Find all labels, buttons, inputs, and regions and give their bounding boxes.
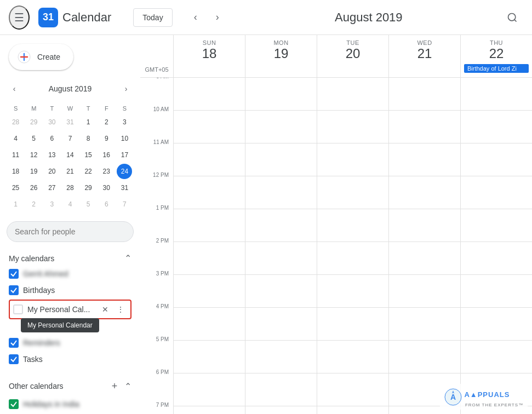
cell-sun-5pm[interactable] — [173, 341, 245, 373]
menu-button[interactable]: ☰ — [9, 5, 30, 30]
calendar-close-button[interactable]: ✕ — [99, 303, 112, 316]
cell-mon-12pm[interactable] — [245, 176, 317, 209]
mini-day[interactable]: 8 — [81, 131, 96, 146]
mini-day[interactable]: 6 — [99, 197, 114, 212]
cell-wed-12pm[interactable] — [388, 176, 460, 209]
mini-day[interactable]: 28 — [62, 180, 78, 196]
search-button[interactable] — [501, 7, 523, 28]
prev-period-button[interactable]: ‹ — [186, 8, 205, 27]
calendar-checkbox-gerrit[interactable] — [9, 269, 19, 279]
cell-wed-3pm[interactable] — [388, 275, 460, 308]
mini-day[interactable]: 14 — [62, 147, 78, 163]
calendar-item-reminders[interactable]: Reminders — [9, 335, 131, 351]
mini-day[interactable]: 5 — [81, 197, 96, 212]
cell-mon-11am[interactable] — [245, 143, 317, 176]
cell-wed-4pm[interactable] — [388, 308, 460, 341]
cell-tue-7pm[interactable] — [317, 406, 388, 414]
cell-mon-7pm[interactable] — [245, 406, 317, 414]
cell-tue-1pm[interactable] — [317, 209, 388, 242]
cell-thu-11am[interactable] — [460, 143, 532, 176]
mini-day[interactable]: 22 — [81, 164, 96, 179]
my-calendars-header[interactable]: My calendars ⌃ — [9, 251, 131, 266]
cell-tue-12pm[interactable] — [317, 176, 388, 209]
cell-wed-9am[interactable] — [388, 78, 460, 111]
cell-thu-4pm[interactable] — [460, 308, 532, 341]
cell-sun-2pm[interactable] — [173, 242, 245, 275]
cell-mon-3pm[interactable] — [245, 275, 317, 308]
cell-thu-3pm[interactable] — [460, 275, 532, 308]
cell-tue-10am[interactable] — [317, 111, 388, 143]
cell-thu-5pm[interactable] — [460, 341, 532, 373]
mini-day[interactable]: 28 — [8, 114, 24, 130]
mini-day[interactable]: 20 — [44, 164, 60, 179]
mini-day[interactable]: 3 — [44, 197, 60, 212]
mini-day[interactable]: 12 — [26, 147, 42, 163]
cell-thu-12pm[interactable] — [460, 176, 532, 209]
mini-day[interactable]: 7 — [117, 197, 132, 212]
cell-sun-1pm[interactable] — [173, 209, 245, 242]
cell-mon-4pm[interactable] — [245, 308, 317, 341]
mini-day[interactable]: 6 — [44, 131, 60, 146]
cell-sun-11am[interactable] — [173, 143, 245, 176]
add-calendar-button[interactable]: + — [107, 378, 122, 394]
cell-thu-10am[interactable] — [460, 111, 532, 143]
cell-sun-12pm[interactable] — [173, 176, 245, 209]
cell-sun-3pm[interactable] — [173, 275, 245, 308]
mini-day[interactable]: 31 — [117, 180, 132, 196]
search-people-input[interactable] — [7, 221, 134, 242]
calendar-item-birthdays[interactable]: Birthdays — [9, 282, 131, 298]
calendar-checkbox-birthdays[interactable] — [9, 285, 19, 295]
cell-tue-5pm[interactable] — [317, 341, 388, 373]
mini-day[interactable]: 1 — [8, 197, 24, 212]
cell-tue-11am[interactable] — [317, 143, 388, 176]
mini-day[interactable]: 16 — [99, 147, 114, 163]
mini-day[interactable]: 29 — [26, 114, 42, 130]
cell-mon-2pm[interactable] — [245, 242, 317, 275]
cell-thu-1pm[interactable] — [460, 209, 532, 242]
cell-thu-2pm[interactable] — [460, 242, 532, 275]
mini-day[interactable]: 2 — [99, 114, 114, 130]
cell-mon-10am[interactable] — [245, 111, 317, 143]
cell-mon-6pm[interactable] — [245, 373, 317, 406]
mini-day[interactable]: 4 — [62, 197, 78, 212]
cell-wed-11am[interactable] — [388, 143, 460, 176]
mini-day[interactable]: 3 — [117, 114, 132, 130]
cell-tue-4pm[interactable] — [317, 308, 388, 341]
cell-sun-10am[interactable] — [173, 111, 245, 143]
cell-tue-9am[interactable] — [317, 78, 388, 111]
mini-day[interactable]: 23 — [99, 164, 114, 179]
mini-day[interactable]: 7 — [62, 131, 78, 146]
cell-mon-1pm[interactable] — [245, 209, 317, 242]
mini-day[interactable]: 31 — [62, 114, 78, 130]
mini-day-today[interactable]: 24 — [117, 164, 132, 179]
calendar-checkbox-personal[interactable] — [13, 304, 23, 314]
next-period-button[interactable]: › — [208, 8, 227, 27]
mini-day[interactable]: 25 — [8, 180, 24, 196]
other-calendars-header[interactable]: Other calendars + ⌃ — [9, 376, 131, 396]
mini-day[interactable]: 15 — [81, 147, 96, 163]
cell-wed-5pm[interactable] — [388, 341, 460, 373]
cell-sun-7pm[interactable] — [173, 406, 245, 414]
cell-tue-3pm[interactable] — [317, 275, 388, 308]
birthday-event[interactable]: Birthday of Lord Zi — [464, 64, 529, 73]
mini-day[interactable]: 1 — [81, 114, 96, 130]
mini-cal-prev-button[interactable]: ‹ — [7, 81, 22, 96]
cell-sun-9am[interactable] — [173, 78, 245, 111]
cell-mon-9am[interactable] — [245, 78, 317, 111]
mini-day[interactable]: 30 — [44, 114, 60, 130]
mini-cal-next-button[interactable]: › — [118, 81, 134, 96]
mini-day[interactable]: 9 — [99, 131, 114, 146]
mini-day[interactable]: 19 — [26, 164, 42, 179]
cell-sun-6pm[interactable] — [173, 373, 245, 406]
cell-wed-2pm[interactable] — [388, 242, 460, 275]
calendar-item-personal[interactable]: My Personal Cal... ✕ ⋮ My Personal Calen… — [9, 300, 131, 319]
cell-tue-2pm[interactable] — [317, 242, 388, 275]
calendar-checkbox-reminders[interactable] — [9, 338, 19, 348]
mini-day[interactable]: 17 — [117, 147, 132, 163]
mini-day[interactable]: 29 — [81, 180, 96, 196]
mini-day[interactable]: 21 — [62, 164, 78, 179]
calendar-checkbox-holidays[interactable] — [9, 399, 19, 409]
cell-tue-6pm[interactable] — [317, 373, 388, 406]
mini-day[interactable]: 5 — [26, 131, 42, 146]
today-button[interactable]: Today — [133, 8, 172, 27]
